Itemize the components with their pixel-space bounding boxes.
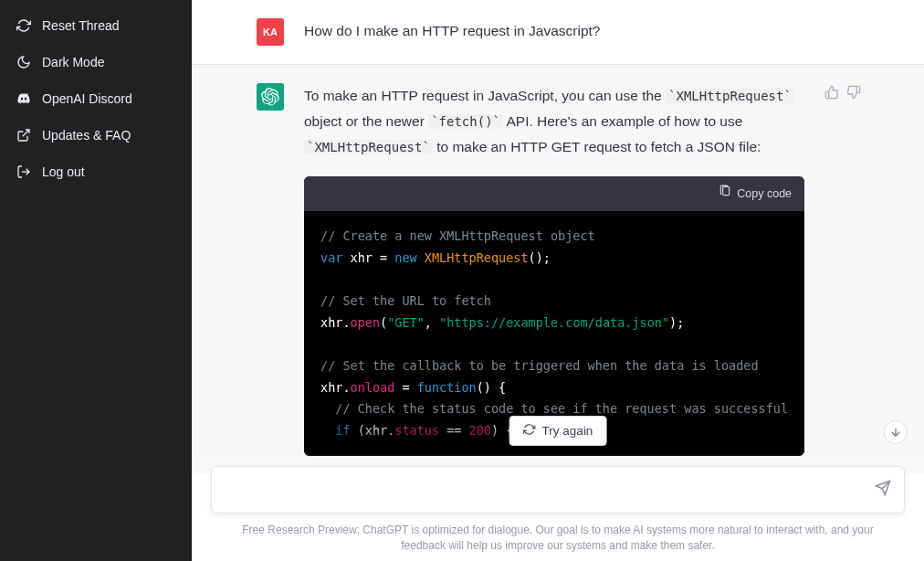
inline-code: `XMLHttpRequest`	[666, 89, 794, 103]
code-header: Copy code	[304, 176, 804, 212]
logout-icon	[16, 164, 31, 179]
message-input[interactable]	[225, 482, 875, 498]
assistant-text: object or the newer	[304, 113, 428, 129]
assistant-message-content: To make an HTTP request in JavaScript, y…	[304, 83, 804, 456]
copy-code-label: Copy code	[737, 184, 792, 205]
try-again-label: Try again	[542, 424, 593, 438]
inline-code: `fetch()`	[428, 114, 503, 129]
send-icon	[875, 480, 891, 496]
footer-text: Free Research Preview: ChatGPT is optimi…	[210, 523, 906, 554]
svg-rect-2	[723, 186, 730, 195]
user-message: KA How do I make an HTTP request in Java…	[192, 0, 924, 64]
code-block: Copy code // Create a new XMLHttpRequest…	[304, 176, 804, 457]
refresh-icon	[523, 423, 536, 439]
refresh-icon	[16, 18, 31, 33]
sidebar-item-label: Updates & FAQ	[42, 128, 131, 143]
input-row	[211, 466, 905, 513]
thumbs-up-icon[interactable]	[824, 85, 839, 103]
scroll-down-button[interactable]	[884, 420, 908, 444]
sidebar: Reset Thread Dark Mode OpenAI Discord Up…	[0, 0, 192, 561]
updates-faq-button[interactable]: Updates & FAQ	[7, 117, 184, 153]
sidebar-item-label: Reset Thread	[42, 18, 120, 33]
send-button[interactable]	[875, 480, 891, 500]
external-link-icon	[16, 128, 31, 143]
assistant-message: To make an HTTP request in JavaScript, y…	[192, 64, 924, 474]
try-again-button[interactable]: Try again	[509, 416, 607, 446]
user-message-text: How do I make an HTTP request in Javascr…	[304, 18, 793, 46]
discord-icon	[16, 91, 31, 106]
assistant-text: to make an HTTP GET request to fetch a J…	[433, 139, 761, 154]
assistant-text: To make an HTTP request in JavaScript, y…	[304, 88, 666, 103]
assistant-avatar	[257, 83, 284, 111]
sidebar-item-label: Log out	[42, 164, 85, 179]
input-bar: Free Research Preview: ChatGPT is optimi…	[192, 453, 924, 561]
sidebar-item-label: OpenAI Discord	[42, 91, 132, 106]
dark-mode-button[interactable]: Dark Mode	[7, 44, 184, 80]
copy-code-button[interactable]: Copy code	[719, 184, 792, 205]
assistant-text: API. Here's an example of how to use	[503, 113, 742, 129]
user-avatar: KA	[257, 18, 284, 46]
arrow-down-icon	[889, 426, 902, 439]
logout-button[interactable]: Log out	[7, 153, 184, 190]
clipboard-icon	[719, 184, 731, 205]
sidebar-item-label: Dark Mode	[42, 55, 104, 69]
feedback-actions	[824, 83, 861, 456]
thumbs-down-icon[interactable]	[846, 85, 861, 103]
inline-code: `XMLHttpRequest`	[304, 140, 433, 154]
reset-thread-button[interactable]: Reset Thread	[7, 7, 184, 44]
svg-line-0	[23, 130, 29, 136]
moon-icon	[16, 55, 31, 69]
discord-button[interactable]: OpenAI Discord	[7, 80, 184, 117]
